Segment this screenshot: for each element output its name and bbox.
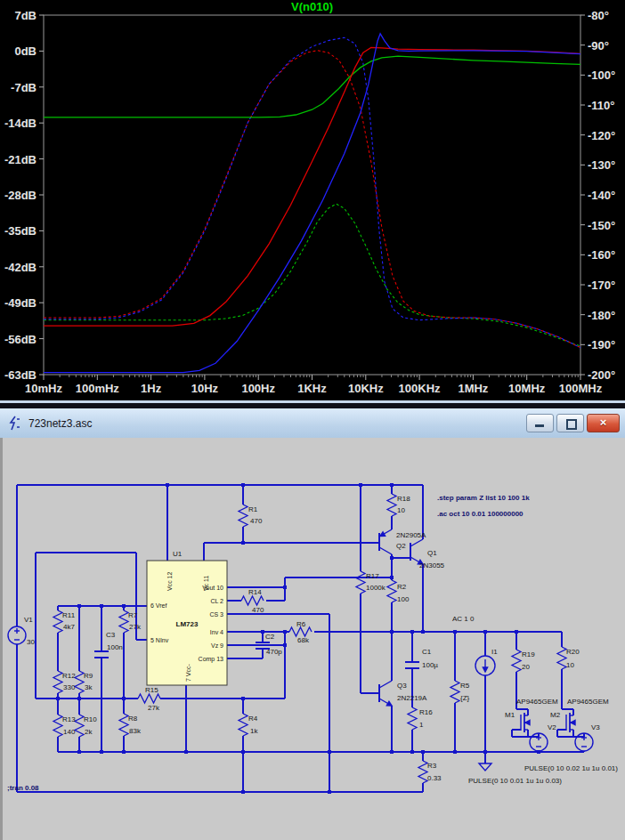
label-M1[interactable]: AP9465GEM <box>516 698 558 706</box>
restore-button[interactable] <box>556 414 584 432</box>
resistor-R13[interactable] <box>53 715 62 737</box>
label-R20[interactable]: R20 <box>566 648 580 656</box>
resistor-R8[interactable] <box>119 714 128 736</box>
trace-red-phase[interactable] <box>44 51 580 348</box>
trace-blue-magnitude[interactable] <box>44 34 580 373</box>
resistor-R18[interactable] <box>387 494 396 516</box>
label-Q3[interactable]: Q3 <box>397 682 407 690</box>
resistor-R11[interactable] <box>53 610 62 633</box>
label-V1[interactable]: V1 <box>24 616 33 624</box>
label-Q3[interactable]: 2N2219A <box>397 694 427 702</box>
minimize-button[interactable] <box>526 414 554 432</box>
label-I1[interactable]: AC 1 0 <box>452 615 475 623</box>
label-Q1[interactable]: Q1 <box>427 549 437 557</box>
trace-green-magnitude[interactable] <box>44 56 580 117</box>
label-R12[interactable]: R12 <box>62 672 76 680</box>
label-R9[interactable]: 3k <box>85 683 93 691</box>
label-R17[interactable]: R17 <box>366 572 379 580</box>
close-button[interactable]: × <box>587 414 620 432</box>
label-R16[interactable]: 1 <box>419 721 424 729</box>
label-V3[interactable]: V3 <box>591 723 600 731</box>
resistor-R20[interactable] <box>557 647 566 669</box>
label-C2[interactable]: 470p <box>266 648 282 656</box>
label-V2[interactable]: V2 <box>548 723 556 731</box>
resistor-R4[interactable] <box>239 714 248 736</box>
label-R7[interactable]: 27k <box>129 623 142 631</box>
source-I1[interactable] <box>475 656 495 675</box>
label-R11[interactable]: 4k7 <box>63 623 75 631</box>
label-C3[interactable]: C3 <box>106 631 116 639</box>
directive-ac[interactable]: .ac oct 10 0.01 100000000 <box>437 510 524 518</box>
label-R5[interactable]: {Z} <box>460 694 470 702</box>
directive-tran[interactable]: ;tran 0.08 <box>7 784 39 792</box>
label-Q1[interactable]: 2N3055 <box>419 561 445 569</box>
capacitor-C3[interactable] <box>94 651 109 658</box>
label-C1[interactable]: 100µ <box>422 661 438 669</box>
label-R13[interactable]: 140 <box>63 728 76 736</box>
transistor-Q1-npn[interactable] <box>410 539 423 564</box>
label-V3[interactable]: PULSE(0 10 0.02 1u 1u 0.01) <box>524 764 618 772</box>
resistor-R17[interactable] <box>356 571 365 594</box>
resistor-R1[interactable] <box>239 505 248 527</box>
label-C1[interactable]: C1 <box>422 648 432 656</box>
bode-plot[interactable]: 7dB0dB-7dB-14dB-21dB-28dB-35dB-42dB-49dB… <box>0 0 625 400</box>
label-R2[interactable]: 100 <box>397 595 410 603</box>
resistor-R9[interactable] <box>75 671 84 693</box>
resistor-R5[interactable] <box>450 681 459 703</box>
mosfet-M1[interactable] <box>521 713 530 732</box>
trace-red-magnitude[interactable] <box>44 47 580 326</box>
label-I1[interactable]: I1 <box>491 648 498 656</box>
label-R4[interactable]: 1k <box>250 727 258 735</box>
source-V1[interactable] <box>8 626 26 644</box>
label-R3[interactable]: 0.33 <box>427 774 442 782</box>
resistor-R19[interactable] <box>512 650 521 672</box>
label-R20[interactable]: 10 <box>566 661 574 669</box>
label-Q2[interactable]: 2N2905A <box>396 531 426 539</box>
resistor-R7[interactable] <box>119 610 128 633</box>
source-V3[interactable] <box>575 733 593 751</box>
trace-blue-phase[interactable] <box>44 37 580 347</box>
label-R10[interactable]: R10 <box>84 715 97 723</box>
label-R5[interactable]: R5 <box>460 682 470 690</box>
mosfet-M2[interactable] <box>566 713 575 732</box>
label-Q2[interactable]: Q2 <box>396 542 406 550</box>
trace-green-phase[interactable] <box>44 204 580 346</box>
label-M2[interactable]: M2 <box>550 711 561 719</box>
label-R18[interactable]: R18 <box>397 495 410 503</box>
label-R14[interactable]: R14 <box>248 588 262 596</box>
resistor-R12[interactable] <box>53 671 62 693</box>
label-R4[interactable]: R4 <box>248 715 258 723</box>
label-R15[interactable]: R15 <box>145 686 158 694</box>
label-R6[interactable]: 68k <box>297 636 310 644</box>
label-R1[interactable]: 470 <box>250 517 263 525</box>
resistor-R6[interactable] <box>289 627 312 636</box>
resistor-R10[interactable] <box>75 715 84 737</box>
label-R15[interactable]: 27k <box>148 704 160 712</box>
directive-step[interactable]: .step param Z list 10 100 1k <box>437 494 530 502</box>
resistor-R2[interactable] <box>387 580 396 602</box>
label-R19[interactable]: 20 <box>522 663 530 671</box>
label-R3[interactable]: R3 <box>427 762 437 770</box>
label-R8[interactable]: 83k <box>129 727 142 735</box>
label-R13[interactable]: R13 <box>62 715 76 723</box>
schematic-canvas[interactable]: 6 Vref5 NInvVout 10CL 2CS 3Inv 4Vz 9Comp… <box>0 438 625 840</box>
label-R2[interactable]: R2 <box>397 583 407 591</box>
schematic-window-titlebar[interactable]: 723netz3.asc × <box>0 408 625 439</box>
label-V1[interactable]: 30 <box>27 638 35 646</box>
label-R9[interactable]: R9 <box>84 672 93 680</box>
label-C3[interactable]: 100n <box>107 643 123 651</box>
resistor-R16[interactable] <box>408 707 417 730</box>
label-R1[interactable]: R1 <box>248 505 258 513</box>
resistor-R14[interactable] <box>241 596 264 605</box>
label-R10[interactable]: 2k <box>85 728 93 736</box>
label-R17[interactable]: 1000k <box>366 584 386 592</box>
label-C2[interactable]: C2 <box>265 633 275 641</box>
label-M2[interactable]: AP9465GEM <box>567 698 609 706</box>
label-R12[interactable]: 330 <box>63 683 76 691</box>
capacitor-C1[interactable] <box>405 662 419 668</box>
transistor-Q2-pnp[interactable] <box>379 529 392 554</box>
label-R6[interactable]: R6 <box>296 620 306 628</box>
label-V2[interactable]: PULSE(0 10 0.01 1u 1u 0.03) <box>468 777 562 785</box>
resistor-R3[interactable] <box>418 761 427 783</box>
label-R18[interactable]: 10 <box>397 506 405 514</box>
